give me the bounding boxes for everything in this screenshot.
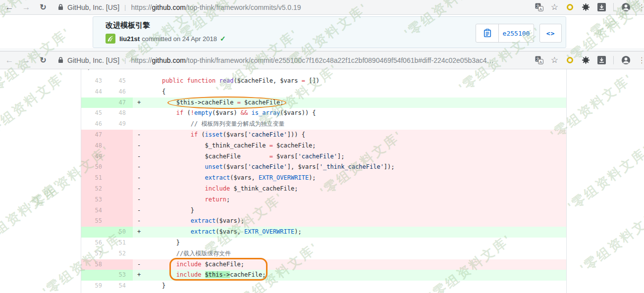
menu-icon[interactable]: ⋮ [638, 55, 642, 65]
new-line-number[interactable] [107, 151, 133, 162]
old-line-number[interactable]: 56 [81, 238, 107, 248]
diff-sign: - [133, 259, 148, 270]
new-line-number[interactable]: 52 [107, 248, 133, 259]
translate-icon[interactable]: 文A [535, 3, 543, 11]
profile-icon[interactable] [621, 2, 631, 12]
diff-sign [133, 76, 148, 87]
new-line-number[interactable] [107, 195, 133, 205]
new-line-number[interactable]: 53 [107, 270, 133, 281]
new-line-number[interactable] [107, 205, 133, 216]
diff-sign: - [133, 205, 148, 216]
new-line-number[interactable] [107, 173, 133, 184]
diff-row: 4446 { [81, 87, 566, 98]
new-line-number[interactable]: 51 [107, 238, 133, 248]
code-line: public function read($cacheFile, $vars =… [148, 76, 566, 87]
address-bar[interactable]: GitHub, Inc. [US] | https://github.com/t… [67, 56, 494, 64]
old-line-number[interactable]: 55 [81, 216, 107, 227]
new-line-number[interactable]: 47 [107, 98, 133, 108]
old-line-number[interactable] [81, 98, 107, 108]
new-line-number[interactable] [107, 141, 133, 151]
new-line-number[interactable] [107, 162, 133, 173]
commit-author-link[interactable]: liu21st [119, 35, 140, 43]
old-line-number[interactable]: 45 [81, 108, 107, 119]
diff-row: 54- } [81, 205, 566, 216]
address-bar[interactable]: GitHub, Inc. [US] | https://github.com/t… [67, 3, 301, 11]
old-line-number[interactable]: 52 [81, 184, 107, 195]
new-line-number[interactable] [107, 259, 133, 270]
profile-icon[interactable] [621, 55, 631, 65]
new-line-number[interactable] [107, 130, 133, 141]
commit-sha-button[interactable]: e255100 [499, 24, 534, 42]
diff-sign: - [133, 216, 148, 227]
bookmark-star-icon[interactable]: ☆ [551, 56, 558, 64]
svg-text:A: A [539, 7, 542, 11]
new-line-number[interactable]: 49 [107, 119, 133, 130]
diff-sign: - [133, 195, 148, 205]
diff-sign: - [133, 184, 148, 195]
back-icon[interactable]: ← [4, 3, 15, 11]
diff-sign: + [133, 98, 148, 108]
code-line: extract($vars, EXTR_OVERWRITE); [148, 173, 566, 184]
code-line: $this->cacheFile = $cacheFile; [148, 98, 566, 108]
old-line-number[interactable]: 59 [81, 281, 107, 292]
diff-row: 53- return; [81, 195, 566, 205]
old-line-number[interactable]: 57 [81, 248, 107, 259]
new-line-number[interactable] [107, 184, 133, 195]
omnibox-separator: | [124, 3, 126, 11]
old-line-number[interactable]: 58 [81, 259, 107, 270]
menu-icon[interactable]: ⋮ [638, 2, 642, 12]
diff-row: 5752 //载入模版缓存文件 [81, 248, 566, 259]
diff-sign: + [133, 227, 148, 238]
code-line: } [148, 205, 566, 216]
reload-icon[interactable]: ↻ [38, 56, 49, 64]
diff-row: 50- unset($vars['cacheFile'], $vars['_th… [81, 162, 566, 173]
translate-icon[interactable]: 文A [535, 56, 543, 64]
lock-icon[interactable] [57, 3, 64, 11]
old-line-number[interactable]: 50 [81, 162, 107, 173]
back-icon[interactable]: ← [4, 56, 15, 64]
old-line-number[interactable]: 53 [81, 195, 107, 205]
diff-row: 53+ include $this->cacheFile; [81, 270, 566, 281]
diff-sign: - [133, 173, 148, 184]
old-line-number[interactable]: 43 [81, 76, 107, 87]
download-extension-icon[interactable] [597, 56, 606, 64]
new-line-number[interactable] [107, 216, 133, 227]
download-extension-icon[interactable] [597, 3, 606, 11]
old-line-number[interactable] [81, 227, 107, 238]
old-line-number[interactable]: 46 [81, 119, 107, 130]
extension-bug-icon[interactable] [582, 56, 590, 64]
browse-code-button[interactable]: <> [539, 24, 562, 43]
diff-row: 47+ $this->cacheFile = $cacheFile; [81, 98, 566, 108]
old-line-number[interactable]: 49 [81, 151, 107, 162]
old-line-number[interactable]: 51 [81, 173, 107, 184]
diff-sign: - [133, 141, 148, 151]
verified-check-icon: ✓ [220, 35, 226, 43]
extension-bug-icon[interactable] [582, 3, 590, 11]
forward-icon[interactable]: → [21, 56, 32, 64]
diff-sign [133, 119, 148, 130]
old-line-number[interactable]: 47 [81, 130, 107, 141]
code-line: include $cacheFile; [148, 259, 566, 270]
commit-author-avatar[interactable] [106, 34, 115, 44]
old-line-number[interactable]: 44 [81, 87, 107, 98]
old-line-number[interactable] [81, 270, 107, 281]
new-line-number[interactable]: 50 [107, 227, 133, 238]
new-line-number[interactable]: 46 [107, 87, 133, 98]
copy-sha-button[interactable] [476, 24, 499, 42]
lock-icon[interactable] [57, 56, 64, 64]
commit-sha-button-group: e255100 [476, 24, 534, 43]
new-line-number[interactable]: 45 [107, 76, 133, 87]
old-line-number[interactable]: 54 [81, 205, 107, 216]
old-line-number[interactable]: 48 [81, 141, 107, 151]
extension-ring-icon[interactable] [567, 4, 573, 10]
commit-title-link[interactable]: 改进模板引擎 [106, 21, 150, 30]
diff-sign: + [133, 270, 148, 281]
url-domain: github.com [152, 3, 185, 11]
forward-icon[interactable]: → [21, 3, 32, 11]
url-path: /top-think/framework/commit/e255100c7f16… [186, 56, 494, 64]
extension-ring-icon[interactable] [567, 57, 573, 63]
reload-icon[interactable]: ↻ [38, 3, 49, 11]
bookmark-star-icon[interactable]: ☆ [551, 3, 558, 11]
new-line-number[interactable]: 54 [107, 281, 133, 292]
new-line-number[interactable]: 48 [107, 108, 133, 119]
